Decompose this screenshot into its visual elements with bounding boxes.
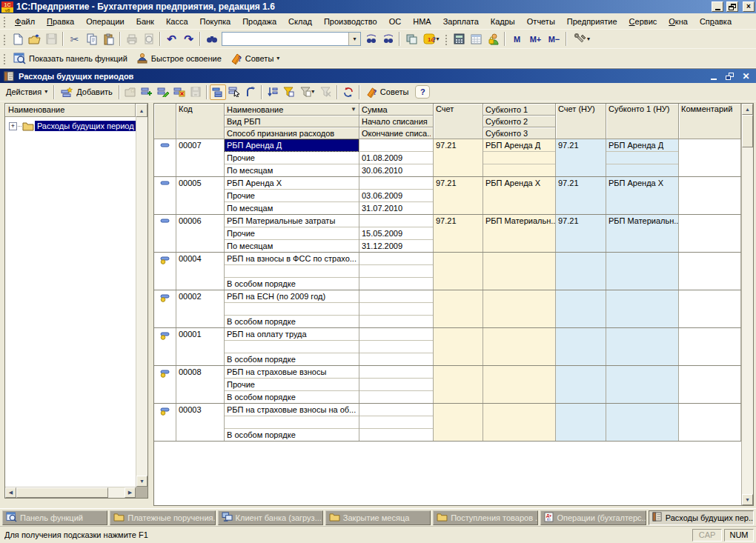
table-scroll-up-button[interactable]: ▲ <box>742 104 753 115</box>
search-dropdown-button[interactable]: ▾ <box>348 33 360 45</box>
cell-account-nu[interactable] <box>556 328 606 365</box>
service-settings-button[interactable]: ▾ <box>569 31 594 47</box>
cell-subconto[interactable] <box>483 366 556 403</box>
cell-line[interactable]: РБП Аренда Д <box>483 139 555 152</box>
menu-item[interactable]: Продажа <box>236 15 282 28</box>
cell-comment[interactable] <box>679 290 741 327</box>
cell-code[interactable]: 00002 <box>176 290 225 327</box>
cell-line[interactable]: Прочие <box>225 152 359 164</box>
cell-line[interactable]: 97.21 <box>434 177 483 190</box>
header-sum[interactable]: Сумма <box>359 104 433 116</box>
print-preview-button[interactable] <box>140 31 157 47</box>
row-marker-cell[interactable] <box>154 215 176 252</box>
table-scroll-thumb[interactable] <box>742 115 753 147</box>
toolbar-grip[interactable] <box>3 53 6 64</box>
cell-sum-dates[interactable] <box>359 366 434 403</box>
table-row[interactable]: 00004РБП на взносы в ФСС по страхо...В о… <box>154 253 741 290</box>
tree-scroll-up-button[interactable]: ▲ <box>136 104 147 117</box>
cell-line[interactable]: Прочие <box>225 379 359 391</box>
taskbar-button[interactable]: Поступления товаров ... <box>433 510 538 525</box>
menu-item[interactable]: Кадры <box>485 15 521 28</box>
cell-line[interactable] <box>359 303 433 316</box>
taskbar-button[interactable]: Платежные поручения... <box>110 510 215 525</box>
memory-recall-button[interactable]: M <box>508 31 526 47</box>
tips-button-child[interactable]: ? Советы <box>362 85 412 99</box>
cell-account-nu[interactable] <box>556 404 606 441</box>
row-marker-cell[interactable] <box>154 139 176 176</box>
menu-item[interactable]: Сервис <box>623 15 663 28</box>
header-name[interactable]: Наименование▼ <box>225 104 359 116</box>
filter-button[interactable] <box>281 84 297 100</box>
add-copy-button[interactable] <box>139 84 155 100</box>
tree-header[interactable]: Наименование <box>5 104 136 117</box>
cell-line[interactable] <box>225 341 359 353</box>
cell-line[interactable] <box>606 290 678 303</box>
cell-account-nu[interactable]: 97.21 <box>556 215 606 252</box>
menu-item[interactable]: Производство <box>318 15 383 28</box>
table-row[interactable]: 00005РБП Аренда ХПрочиеПо месяцам03.06.2… <box>154 177 741 215</box>
undo-button[interactable]: ↶ <box>163 31 180 47</box>
delete-button[interactable] <box>171 84 188 100</box>
cut-button[interactable]: ✂ <box>66 31 83 47</box>
quick-learning-button[interactable]: Быстрое освоение <box>132 51 226 65</box>
header-code[interactable]: Код <box>176 104 225 139</box>
cell-line[interactable]: 15.05.2009 <box>359 227 433 240</box>
cell-line[interactable]: По месяцам <box>225 240 359 252</box>
cell-line[interactable] <box>359 290 433 303</box>
cell-line[interactable] <box>679 404 740 416</box>
cell-line[interactable]: РБП на оплату труда <box>225 328 359 341</box>
toolbar-grip[interactable] <box>3 33 6 45</box>
cell-line[interactable] <box>359 366 433 379</box>
save-button[interactable] <box>43 31 60 47</box>
cell-line[interactable] <box>483 290 555 303</box>
cell-line[interactable] <box>359 316 433 327</box>
cell-line[interactable]: Прочие <box>225 227 359 240</box>
cell-line[interactable] <box>556 328 606 341</box>
row-marker-cell[interactable] <box>154 290 176 327</box>
print-button[interactable] <box>123 31 140 47</box>
header-subconto-nu[interactable]: Субконто 1 (НУ) <box>606 104 679 139</box>
cell-account[interactable]: 97.21 <box>434 177 483 214</box>
cell-line[interactable]: РБП Материальн... <box>606 215 678 227</box>
tree-horizontal-scrollbar[interactable]: ◀ ▶ <box>5 487 136 498</box>
cell-line[interactable] <box>679 177 740 190</box>
toolbar-grip[interactable] <box>445 33 448 45</box>
show-function-panel-button[interactable]: Показать панель функций <box>9 51 132 66</box>
cell-subconto-nu[interactable] <box>606 404 679 441</box>
child-restore-button[interactable] <box>723 70 736 81</box>
taskbar-button[interactable]: Закрытие месяца <box>325 510 431 525</box>
cell-line[interactable] <box>359 328 433 341</box>
tree-scroll-left-button[interactable]: ◀ <box>5 487 16 498</box>
cell-name[interactable]: РБП на страховые взносыПрочиеВ особом по… <box>225 366 359 403</box>
find-button[interactable] <box>203 31 220 47</box>
header-account-nu[interactable]: Счет (НУ) <box>556 104 606 139</box>
select-item-button[interactable] <box>226 84 242 100</box>
cell-name[interactable]: РБП на ЕСН (по 2009 год)В особом порядке <box>225 290 359 327</box>
clear-filter-button[interactable] <box>318 84 334 100</box>
cell-sum-dates[interactable]: 03.06.200931.07.2010 <box>359 177 434 214</box>
tree-root-item[interactable]: + Расходы будущих период <box>9 120 136 132</box>
cell-line[interactable] <box>606 253 678 265</box>
menu-item[interactable]: НМА <box>407 15 437 28</box>
tree-expand-icon[interactable]: + <box>9 122 17 130</box>
cell-line[interactable]: 31.12.2009 <box>359 240 433 252</box>
cell-sum-dates[interactable] <box>359 253 434 290</box>
cell-line[interactable] <box>434 253 483 265</box>
menu-item[interactable]: Операции <box>80 15 130 28</box>
cell-account[interactable] <box>434 404 483 441</box>
menu-item[interactable]: Правка <box>41 15 80 28</box>
header-method[interactable]: Способ признания расходов <box>225 127 359 139</box>
cell-line[interactable] <box>483 404 555 416</box>
menu-item[interactable]: ОС <box>383 15 408 28</box>
cell-line[interactable]: РБП Аренда Д <box>225 139 359 152</box>
cell-line[interactable]: 31.07.2010 <box>359 202 433 214</box>
cell-name[interactable]: РБП на взносы в ФСС по страхо...В особом… <box>225 253 359 290</box>
cell-line[interactable]: 00004 <box>176 253 224 265</box>
table-row[interactable]: 00007РБП Аренда ДПрочиеПо месяцам01.08.2… <box>154 139 741 177</box>
cell-subconto[interactable]: РБП Аренда Д <box>483 139 556 176</box>
cell-line[interactable] <box>679 290 740 303</box>
table-row[interactable]: 00001РБП на оплату трудаВ особом порядке <box>154 328 741 366</box>
taskbar-button[interactable]: Расходы будущих пер... <box>649 510 754 525</box>
cell-line[interactable] <box>483 366 555 379</box>
find-previous-button[interactable] <box>379 31 397 47</box>
